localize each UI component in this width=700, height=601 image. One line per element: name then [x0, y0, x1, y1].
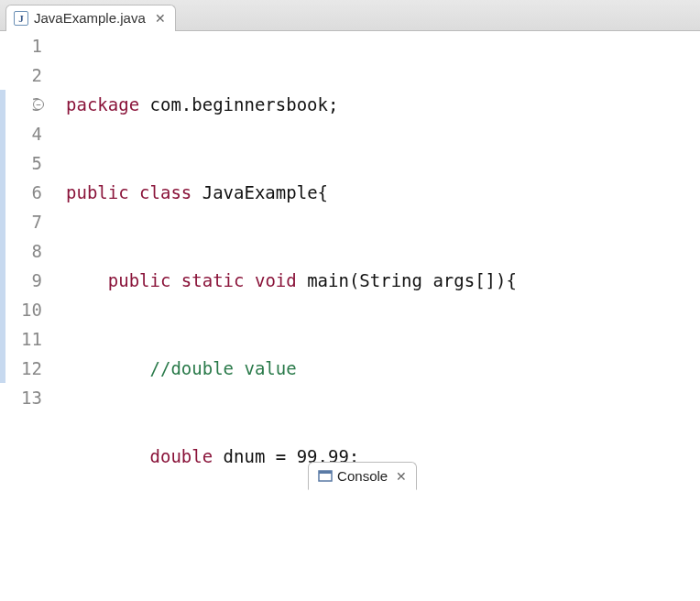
editor-tab-filename: JavaExample.java [34, 10, 146, 26]
line-number: 1 [0, 31, 42, 60]
line-number: 5 [0, 148, 42, 178]
console-icon [318, 469, 333, 484]
line-number: 13 [0, 383, 42, 412]
line-number: 3− [0, 90, 42, 119]
line-number: 8 [0, 236, 42, 266]
editor-tab-active[interactable]: J JavaExample.java ✕ [5, 5, 176, 31]
source-code[interactable]: package com.beginnersbook; public class … [55, 31, 696, 601]
svg-rect-6 [319, 471, 332, 474]
java-file-icon: J [14, 11, 28, 26]
line-number: 6 [0, 178, 42, 207]
line-number: 11 [0, 324, 42, 354]
tab-console[interactable]: Console ✕ [308, 462, 417, 490]
fold-icon[interactable]: − [33, 99, 44, 110]
line-number-gutter: 1 2 3− 4 5 6 7 8 9 10 11 12 13 [0, 31, 55, 601]
close-icon[interactable]: ✕ [396, 469, 407, 484]
line-number: 12 [0, 354, 42, 383]
editor-tab-bar: J JavaExample.java ✕ [0, 0, 700, 31]
editor-area: J JavaExample.java ✕ 1 2 3− 4 5 6 7 8 9 … [0, 0, 700, 458]
line-number: 4 [0, 119, 42, 148]
line-number: 10 [0, 295, 42, 324]
line-number: 2 [0, 60, 42, 90]
line-number: 9 [0, 266, 42, 295]
close-icon[interactable]: ✕ [155, 11, 166, 26]
line-number: 7 [0, 207, 42, 236]
code-area[interactable]: 1 2 3− 4 5 6 7 8 9 10 11 12 13 package c… [0, 31, 700, 601]
